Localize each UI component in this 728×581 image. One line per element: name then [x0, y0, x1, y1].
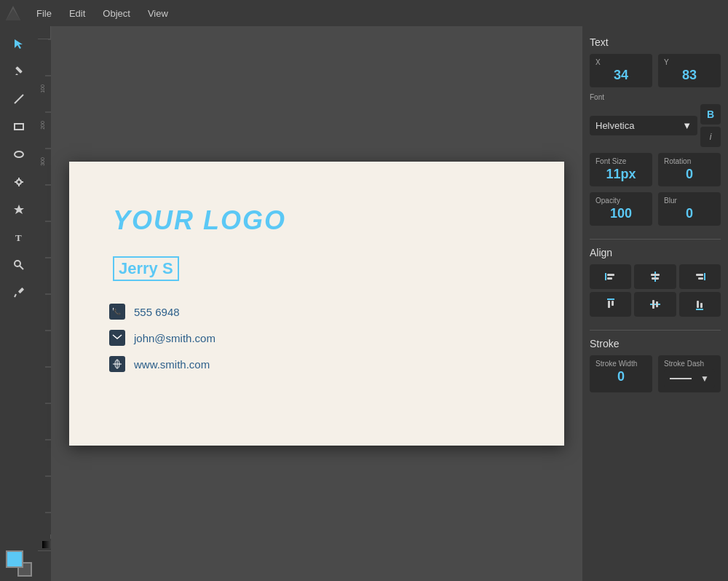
- svg-text:100: 100: [40, 84, 45, 93]
- line-tool[interactable]: [6, 86, 32, 112]
- globe-icon: [109, 356, 125, 372]
- svg-rect-17: [18, 288, 24, 293]
- stroke-row: Stroke Width 0 Stroke Dash ▼: [590, 355, 721, 392]
- ellipse-tool[interactable]: [6, 141, 32, 167]
- align-left-button[interactable]: [590, 264, 631, 289]
- text-tool[interactable]: T: [6, 224, 32, 250]
- svg-rect-72: [651, 274, 660, 276]
- align-grid-bottom: [590, 292, 721, 317]
- phone-text: 555 6948: [134, 306, 180, 318]
- svg-rect-84: [697, 301, 699, 308]
- stroke-width-value[interactable]: 0: [596, 369, 646, 384]
- svg-text:200: 200: [40, 121, 45, 130]
- svg-rect-3: [15, 66, 23, 74]
- blur-value[interactable]: 0: [664, 206, 715, 221]
- y-value[interactable]: 83: [664, 68, 715, 83]
- stroke-width-label: Stroke Width: [596, 360, 646, 368]
- font-controls: Helvetica ▼ B i: [590, 104, 721, 147]
- stroke-dash-label: Stroke Dash: [664, 360, 715, 368]
- align-bottom-button[interactable]: [679, 292, 721, 317]
- menubar: File Edit Object View: [0, 0, 728, 26]
- email-icon: [109, 330, 125, 346]
- font-size-label: Font Size: [596, 157, 646, 165]
- align-right-button[interactable]: [679, 264, 721, 289]
- main-area: T: [0, 26, 728, 581]
- svg-rect-75: [696, 274, 703, 276]
- align-title: Align: [590, 247, 721, 258]
- svg-marker-4: [15, 74, 18, 75]
- bold-button[interactable]: B: [700, 104, 721, 125]
- align-center-h-button[interactable]: [634, 264, 676, 289]
- svg-marker-2: [15, 39, 23, 49]
- pen-tool[interactable]: [6, 169, 32, 195]
- contact-info: 📞 555 6948 john@smith.com: [109, 304, 215, 372]
- stroke-title: Stroke: [590, 338, 721, 349]
- svg-rect-78: [608, 301, 610, 308]
- email-row: john@smith.com: [109, 330, 215, 346]
- font-label: Font: [590, 93, 721, 101]
- opacity-value[interactable]: 100: [596, 206, 646, 221]
- star-tool[interactable]: [6, 197, 32, 223]
- svg-text:T: T: [15, 232, 22, 243]
- xy-row: X 34 Y 83: [590, 54, 721, 87]
- svg-marker-1: [6, 9, 20, 20]
- svg-line-18: [15, 294, 16, 297]
- canvas-area: 50 100 150 200 250: [38, 26, 582, 581]
- font-section: Font Helvetica ▼ B i: [590, 93, 721, 147]
- menu-object[interactable]: Object: [95, 5, 138, 22]
- opacity-box: Opacity 100: [590, 192, 652, 226]
- svg-line-16: [20, 266, 23, 269]
- font-select[interactable]: Helvetica ▼: [590, 116, 697, 135]
- font-name: Helvetica: [596, 120, 634, 131]
- font-dropdown-icon: ▼: [682, 120, 692, 131]
- font-style-buttons: B i: [700, 104, 721, 147]
- zoom-tool[interactable]: [6, 252, 32, 278]
- select-tool[interactable]: [6, 31, 32, 57]
- logo-text: YOUR LOGO: [113, 205, 286, 236]
- phone-icon: 📞: [109, 304, 125, 320]
- rotation-box: Rotation 0: [658, 153, 721, 186]
- svg-text:300: 300: [40, 157, 45, 166]
- svg-rect-41: [38, 39, 51, 534]
- stroke-dash-dropdown-icon: ▼: [700, 374, 709, 384]
- name-text[interactable]: Jerry S: [113, 256, 179, 281]
- foreground-color[interactable]: [6, 550, 23, 568]
- svg-marker-13: [14, 205, 24, 214]
- svg-line-5: [15, 95, 23, 103]
- menu-view[interactable]: View: [141, 5, 175, 22]
- align-top-button[interactable]: [590, 292, 631, 317]
- font-size-value[interactable]: 11px: [596, 167, 646, 182]
- x-value[interactable]: 34: [596, 68, 646, 83]
- dash-preview: [670, 378, 692, 379]
- svg-point-7: [15, 151, 23, 157]
- website-text: www.smith.com: [134, 358, 210, 371]
- svg-rect-70: [607, 277, 612, 280]
- right-panel: Text X 34 Y 83 Font Helvetica ▼ B: [582, 26, 728, 581]
- svg-rect-79: [612, 301, 614, 306]
- align-middle-v-button[interactable]: [634, 292, 676, 317]
- y-label: Y: [664, 58, 715, 66]
- color-picker[interactable]: [6, 550, 32, 577]
- svg-text:📞: 📞: [114, 308, 121, 315]
- svg-point-15: [15, 261, 20, 266]
- menu-file[interactable]: File: [29, 5, 59, 22]
- ruler-left: 100 200 300: [38, 39, 51, 539]
- menu-edit[interactable]: Edit: [62, 5, 92, 22]
- business-card: YOUR LOGO Jerry S 📞 555 6948: [69, 162, 564, 446]
- svg-point-8: [17, 180, 21, 184]
- svg-rect-82: [656, 301, 658, 307]
- canvas-viewport: YOUR LOGO Jerry S 📞 555 6948: [51, 39, 582, 539]
- pencil-tool[interactable]: [6, 58, 32, 84]
- rectangle-tool[interactable]: [6, 114, 32, 140]
- stroke-dash-select[interactable]: ▼: [664, 369, 715, 388]
- opacity-label: Opacity: [596, 197, 646, 205]
- italic-button[interactable]: i: [700, 127, 721, 147]
- opacity-blur-row: Opacity 100 Blur 0: [590, 192, 721, 226]
- eyedropper-tool[interactable]: [6, 280, 32, 306]
- stroke-width-box: Stroke Width 0: [590, 355, 652, 392]
- svg-rect-81: [652, 300, 654, 309]
- phone-row: 📞 555 6948: [109, 304, 215, 320]
- rotation-value[interactable]: 0: [664, 167, 715, 182]
- app-logo: [6, 6, 20, 20]
- x-label: X: [596, 58, 646, 66]
